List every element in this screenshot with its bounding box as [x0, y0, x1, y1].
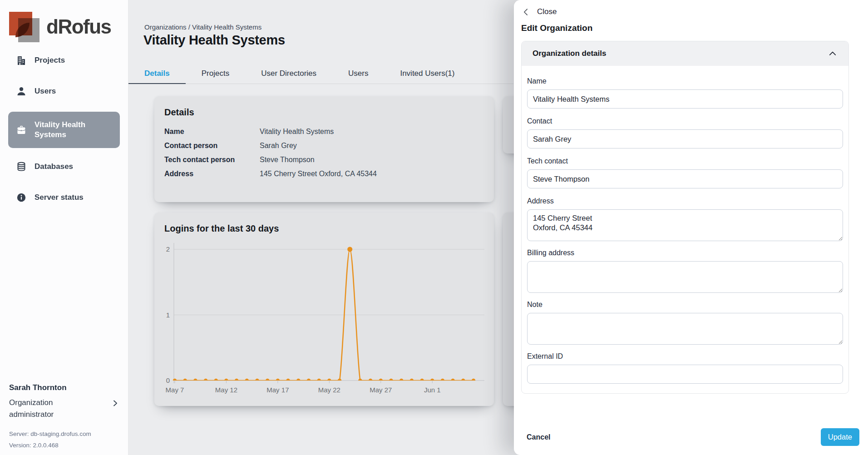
address-field: Address 145 Cherry Street Oxford, CA 453…	[527, 197, 843, 243]
detail-row: Name Vitality Health Systems	[164, 128, 484, 136]
detail-label: Name	[164, 128, 260, 136]
billing-address-field: Billing address	[527, 248, 843, 295]
note-field: Note	[527, 300, 843, 346]
detail-value: Sarah Grey	[260, 142, 297, 150]
tab-user-directories[interactable]: User Directories	[245, 63, 332, 84]
note-label: Note	[527, 300, 843, 309]
detail-value: 145 Cherry Street Oxford, CA 45344	[260, 170, 377, 178]
chevron-left-icon	[522, 8, 530, 16]
briefcase-icon	[15, 124, 27, 136]
building-icon	[15, 54, 27, 66]
sidebar: dRofus Projects Users Vitality Health Sy…	[0, 0, 128, 455]
sidebar-item-databases[interactable]: Databases	[8, 156, 120, 177]
accordion-title: Organization details	[533, 49, 606, 58]
external-id-field: External ID	[527, 352, 843, 384]
detail-rows: Name Vitality Health Systems Contact per…	[164, 128, 484, 178]
detail-label: Address	[164, 170, 260, 178]
tech-contact-label: Tech contact	[527, 157, 843, 166]
logins-chart-card: Logins for the last 30 days 012May 7May …	[154, 213, 494, 406]
drawer-inner: Close Edit Organization Organization det…	[521, 0, 849, 394]
address-textarea[interactable]: 145 Cherry Street Oxford, CA 45344	[527, 209, 843, 241]
svg-text:Jun 1: Jun 1	[424, 386, 441, 394]
sidebar-item-label: Vitality Health Systems	[35, 120, 113, 140]
name-input[interactable]	[527, 89, 843, 109]
detail-label: Contact person	[164, 142, 260, 150]
note-textarea[interactable]	[527, 313, 843, 345]
account-section: Sarah Thornton Organization administrato…	[9, 383, 119, 449]
breadcrumb[interactable]: Organizations / Vitality Health Systems	[144, 23, 261, 31]
edit-organization-panel: Close Edit Organization Organization det…	[514, 0, 868, 455]
update-button[interactable]: Update	[821, 428, 859, 446]
sidebar-nav: Projects Users Vitality Health Systems D…	[0, 45, 128, 208]
sidebar-item-label: Databases	[35, 162, 73, 171]
tech-contact-field: Tech contact	[527, 157, 843, 188]
details-card-title: Details	[164, 107, 484, 118]
svg-text:May 22: May 22	[318, 386, 340, 394]
info-icon	[15, 192, 27, 203]
version-info: Version: 2.0.0.468	[9, 442, 119, 449]
sidebar-item-label: Server status	[35, 193, 84, 202]
database-icon	[15, 161, 27, 173]
app-root: dRofus Projects Users Vitality Health Sy…	[0, 0, 868, 455]
svg-text:May 12: May 12	[215, 386, 237, 394]
sidebar-item-label: Users	[35, 87, 56, 96]
detail-value: Steve Thompson	[260, 156, 315, 164]
svg-text:May 7: May 7	[166, 386, 184, 394]
tech-contact-input[interactable]	[527, 169, 843, 188]
logins-chart: 012May 7May 12May 17May 22May 27Jun 1	[161, 236, 488, 396]
detail-row: Tech contact person Steve Thompson	[164, 156, 484, 164]
chevron-up-icon	[829, 49, 837, 58]
billing-address-label: Billing address	[527, 248, 843, 257]
logo-text: dRofus	[46, 15, 111, 38]
contact-field: Contact	[527, 117, 843, 148]
server-info: Server: db-staging.drofus.com	[9, 430, 119, 437]
tab-details[interactable]: Details	[128, 63, 186, 84]
detail-row: Address 145 Cherry Street Oxford, CA 453…	[164, 170, 484, 178]
logo-grey-square	[18, 18, 39, 42]
chart-title: Logins for the last 30 days	[164, 223, 484, 234]
billing-address-textarea[interactable]	[527, 261, 843, 293]
close-label: Close	[537, 7, 557, 16]
sidebar-item-projects[interactable]: Projects	[8, 50, 120, 71]
user-icon	[15, 85, 27, 97]
drofus-logo-mark-icon	[9, 11, 40, 43]
drawer-footer: Cancel Update	[527, 428, 859, 446]
drawer-title: Edit Organization	[521, 23, 849, 33]
organization-details-accordion: Organization details Name Contact	[521, 41, 849, 394]
chevron-right-icon	[112, 400, 119, 407]
address-label: Address	[527, 197, 843, 206]
sidebar-item-organization[interactable]: Vitality Health Systems	[8, 112, 120, 148]
details-card: Details Name Vitality Health Systems Con…	[154, 96, 494, 202]
detail-value: Vitality Health Systems	[260, 128, 334, 136]
tab-bar: Details Projects User Directories Users …	[128, 63, 513, 84]
name-field: Name	[527, 77, 843, 109]
sidebar-item-users[interactable]: Users	[8, 81, 120, 102]
svg-text:May 27: May 27	[370, 386, 392, 394]
tab-projects[interactable]: Projects	[186, 63, 245, 84]
account-role-row[interactable]: Organization administrator	[9, 397, 119, 420]
accordion-body: Name Contact Tech contact Address 145 Ch…	[522, 66, 848, 393]
contact-label: Contact	[527, 117, 843, 126]
svg-text:1: 1	[166, 311, 170, 319]
sidebar-item-server-status[interactable]: Server status	[8, 187, 120, 208]
account-role: Organization administrator	[9, 397, 86, 420]
page-title: Vitality Health Systems	[143, 33, 285, 48]
svg-text:May 17: May 17	[266, 386, 289, 394]
accordion-header[interactable]: Organization details	[522, 41, 848, 66]
contact-input[interactable]	[527, 129, 843, 148]
tab-users[interactable]: Users	[332, 63, 384, 84]
external-id-label: External ID	[527, 352, 843, 361]
cancel-button[interactable]: Cancel	[527, 433, 550, 441]
account-name: Sarah Thornton	[9, 383, 119, 392]
close-button[interactable]: Close	[522, 7, 572, 16]
detail-row: Contact person Sarah Grey	[164, 142, 484, 150]
external-id-input[interactable]	[527, 365, 843, 384]
svg-text:2: 2	[166, 245, 170, 253]
tab-invited-users[interactable]: Invited Users(1)	[384, 63, 470, 84]
name-label: Name	[527, 77, 843, 86]
svg-text:0: 0	[166, 376, 170, 384]
sidebar-item-label: Projects	[35, 56, 65, 65]
drofus-logo: dRofus	[0, 0, 128, 45]
detail-label: Tech contact person	[164, 156, 260, 164]
